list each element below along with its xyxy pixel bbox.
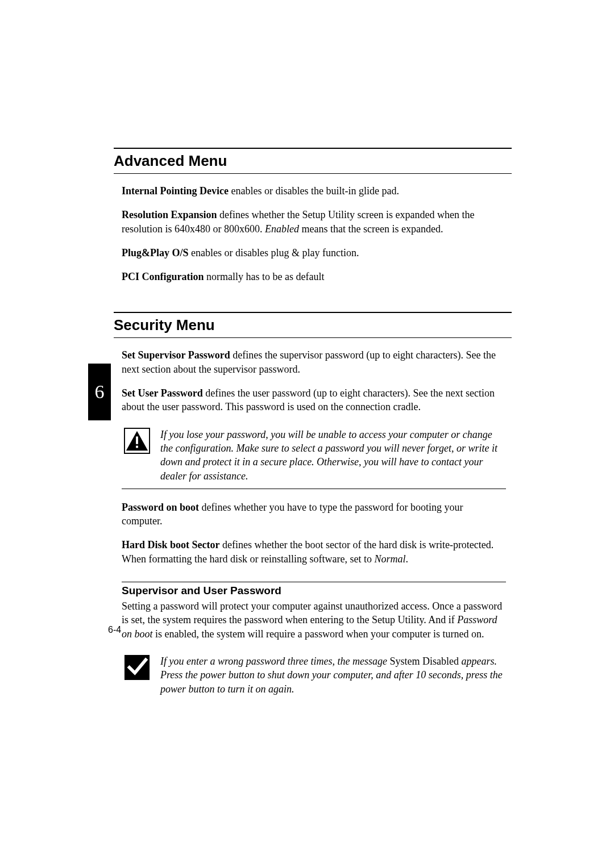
sec-p4-bold: Hard Disk boot Sector — [122, 539, 220, 550]
adv-para-1: Internal Pointing Device enables or disa… — [122, 184, 506, 198]
subsection-header: Supervisor and User Password — [122, 582, 506, 597]
sec-para-4: Hard Disk boot Sector defines whether th… — [122, 538, 506, 566]
sec-p3-bold: Password on boot — [122, 502, 199, 513]
sub-para: Setting a password will protect your com… — [122, 599, 506, 641]
advanced-body: Internal Pointing Device enables or disa… — [122, 184, 506, 283]
checkmark-icon — [124, 654, 150, 681]
sec-p2-bold: Set User Password — [122, 387, 203, 399]
advanced-heading: Advanced Menu — [114, 148, 512, 170]
svg-rect-3 — [136, 445, 138, 448]
page-number: 6-4 — [108, 625, 121, 635]
adv-p4-rest: normally has to be as default — [204, 271, 325, 282]
adv-para-4: PCI Configuration normally has to be as … — [122, 270, 506, 283]
warning-icon — [124, 428, 150, 454]
note-upright: System Disabled — [389, 656, 459, 667]
adv-p4-bold: PCI Configuration — [122, 271, 204, 282]
security-section-header: Security Menu — [114, 312, 512, 338]
subsection-heading: Supervisor and User Password — [122, 585, 506, 597]
chapter-number: 6 — [95, 381, 105, 403]
adv-p1-rest: enables or disables the built-in glide p… — [229, 185, 399, 197]
note-text: If you enter a wrong password three time… — [160, 654, 504, 696]
advanced-section-header: Advanced Menu — [114, 148, 512, 174]
sec-p1-bold: Set Supervisor Password — [122, 349, 230, 361]
chapter-tab: 6 — [88, 364, 111, 420]
page: 6 Advanced Menu Internal Pointing Device… — [0, 0, 614, 868]
adv-p3-rest: enables or disables plug & play function… — [189, 247, 359, 258]
svg-rect-2 — [136, 436, 138, 444]
sec-para-3: Password on boot defines whether you hav… — [122, 500, 506, 528]
adv-p2-italic: Enabled — [265, 223, 299, 235]
adv-p2-r2: means that the screen is expanded. — [299, 223, 443, 235]
note-callout: If you enter a wrong password three time… — [122, 651, 506, 696]
sec-p4-r2: . — [405, 553, 408, 565]
sec-para-2: Set User Password defines the user passw… — [122, 386, 506, 414]
adv-p3-bold: Plug&Play O/S — [122, 247, 189, 258]
sec-p4-italic: Normal — [374, 553, 405, 565]
adv-para-2: Resolution Expansion defines whether the… — [122, 208, 506, 236]
sub-r2: is enabled, the system will require a pa… — [153, 628, 484, 640]
adv-p1-bold: Internal Pointing Device — [122, 185, 229, 197]
note-i1: If you enter a wrong password three time… — [160, 656, 389, 667]
warning-text: If you lose your password, you will be u… — [160, 428, 504, 483]
security-body: Set Supervisor Password defines the supe… — [122, 348, 506, 695]
content-column: Advanced Menu Internal Pointing Device e… — [114, 148, 512, 696]
sub-r1: Setting a password will protect your com… — [122, 600, 502, 625]
sec-para-1: Set Supervisor Password defines the supe… — [122, 348, 506, 376]
security-heading: Security Menu — [114, 312, 512, 334]
warning-callout: If you lose your password, you will be u… — [122, 424, 506, 489]
adv-para-3: Plug&Play O/S enables or disables plug &… — [122, 246, 506, 260]
adv-p2-bold: Resolution Expansion — [122, 209, 217, 220]
spacer — [114, 294, 512, 312]
